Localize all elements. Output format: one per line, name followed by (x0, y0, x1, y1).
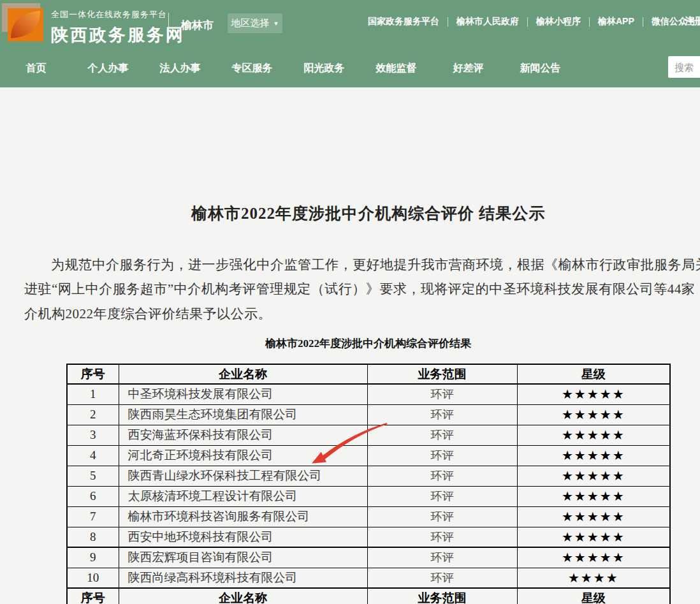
site-header: 全国一体化在线政务服务平台 陕西政务服务网 榆林市 地区选择 ▼ 国家政务服务平… (0, 0, 700, 87)
table-header-row: 序号企业名称业务范围星级 (67, 364, 670, 384)
business-scope-cell: 环评 (367, 384, 517, 404)
business-scope-cell: 环评 (367, 404, 517, 425)
region-select-button[interactable]: 地区选择 ▼ (228, 13, 282, 33)
brand-block: 全国一体化在线政务服务平台 陕西政务服务网 (51, 9, 185, 47)
nav-item[interactable]: 专区服务 (216, 59, 288, 78)
column-header: 企业名称 (119, 588, 367, 604)
current-city-label: 榆林市 (181, 18, 214, 33)
business-scope-cell: 环评 (367, 547, 517, 568)
business-scope-cell: 环评 (367, 445, 517, 466)
table-row: 7榆林市环境科技咨询服务有限公司环评★★★★★ (67, 506, 670, 527)
top-link[interactable]: 榆林小程序 (536, 16, 581, 27)
region-select-label: 地区选择 (231, 17, 270, 29)
star-rating-cell: ★★★★★ (517, 404, 670, 425)
nav-item[interactable]: 首页 (0, 59, 72, 78)
star-rating-cell: ★★★★★ (517, 466, 670, 486)
row-number-cell: 2 (67, 404, 119, 425)
paragraph-line-2: 进驻“网上中介服务超市”中介机构考评管理规定（试行）》要求，现将评定的中圣环境科… (24, 280, 695, 298)
row-number-cell: 9 (67, 547, 119, 568)
star-rating-cell: ★★★★★ (517, 425, 670, 445)
business-scope-cell: 环评 (367, 506, 517, 527)
company-name-cell: 陕西尚绿高科环境科技有限公司 (119, 568, 367, 588)
column-header: 序号 (67, 364, 119, 384)
top-link[interactable]: 榆林市人民政府 (456, 16, 519, 27)
company-name-cell: 西安海蓝环保科技有限公司 (119, 425, 367, 445)
table-caption: 榆林市2022年度涉批中介机构综合评价结果 (0, 336, 700, 351)
nav-item[interactable]: 阳光政务 (288, 59, 360, 78)
link-separator (643, 17, 643, 27)
business-scope-cell: 环评 (367, 486, 517, 506)
table-row: 10陕西尚绿高科环境科技有限公司环评★★★★ (67, 568, 670, 588)
header-divider (168, 13, 169, 41)
company-name-cell: 陕西雨昊生态环境集团有限公司 (119, 404, 367, 425)
star-rating-cell: ★★★★★ (517, 486, 670, 506)
nav-item[interactable]: 效能监督 (360, 59, 432, 78)
table-row: 6太原核清环境工程设计有限公司环评★★★★★ (67, 486, 670, 506)
company-name-cell: 陕西宏辉项目咨询有限公司 (119, 547, 367, 568)
platform-name: 全国一体化在线政务服务平台 (51, 9, 185, 20)
row-number-cell: 7 (67, 506, 119, 527)
nav-item[interactable]: 好差评 (432, 59, 504, 78)
column-header: 星级 (517, 588, 670, 604)
column-header: 业务范围 (367, 364, 517, 384)
page: { "colors": { "header_green": "#6a9c7b",… (0, 0, 700, 604)
star-rating-cell: ★★★★★ (517, 445, 670, 466)
top-link[interactable]: 国家政务服务平台 (368, 16, 439, 27)
table-row: 1中圣环境科技发展有限公司环评★★★★★ (67, 384, 670, 404)
star-rating-cell: ★★★★★ (517, 506, 670, 527)
link-separator (527, 17, 528, 27)
business-scope-cell: 环评 (367, 466, 517, 486)
main-nav: 首页个人办事法人办事专区服务阳光政务效能监督好差评新闻公告 (0, 59, 576, 78)
article-content: 榆林市2022年度涉批中介机构综合评价 结果公示 为规范中介服务行为，进一步强化… (0, 87, 700, 604)
table-row: 5陕西青山绿水环保科技工程有限公司环评★★★★★ (67, 466, 670, 486)
paragraph-line-3: 介机构2022年度综合评价结果予以公示。 (24, 305, 272, 323)
column-header: 业务范围 (367, 588, 517, 604)
row-number-cell: 5 (67, 466, 119, 486)
top-links: 国家政务服务平台榆林市人民政府榆林小程序榆林APP微信公众号 (368, 16, 696, 27)
company-name-cell: 榆林市环境科技咨询服务有限公司 (119, 506, 367, 527)
register-link[interactable]: 注册 (685, 15, 700, 27)
search-input[interactable] (668, 56, 700, 78)
company-name-cell: 西安中地环境科技有限公司 (119, 527, 367, 547)
table-row: 8西安中地环境科技有限公司环评★★★★★ (67, 527, 670, 547)
business-scope-cell: 环评 (367, 568, 517, 588)
page-title: 榆林市2022年度涉批中介机构综合评价 结果公示 (0, 203, 700, 224)
link-separator (448, 17, 448, 27)
logo-leaf-icon (8, 8, 43, 41)
star-rating-cell: ★★★★★ (517, 384, 670, 404)
star-rating-cell: ★★★★ (517, 568, 670, 588)
table-row: 4河北奇正环境科技有限公司环评★★★★★ (67, 445, 670, 466)
table-row: 3西安海蓝环保科技有限公司环评★★★★★ (67, 425, 670, 445)
evaluation-results-table: 序号企业名称业务范围星级1中圣环境科技发展有限公司环评★★★★★2陕西雨昊生态环… (66, 364, 671, 604)
business-scope-cell: 环评 (367, 527, 517, 547)
company-name-cell: 中圣环境科技发展有限公司 (119, 384, 367, 404)
table-header-row: 序号企业名称业务范围星级 (67, 588, 670, 604)
top-link[interactable]: 榆林APP (598, 16, 634, 27)
row-number-cell: 6 (67, 486, 119, 506)
column-header: 序号 (67, 588, 119, 604)
column-header: 企业名称 (119, 364, 367, 384)
table-row: 2陕西雨昊生态环境集团有限公司环评★★★★★ (67, 404, 670, 425)
business-scope-cell: 环评 (367, 425, 517, 445)
row-number-cell: 10 (67, 568, 119, 588)
site-logo[interactable] (2, 3, 44, 41)
star-rating-cell: ★★★★★ (517, 527, 670, 547)
row-number-cell: 3 (67, 425, 119, 445)
star-rating-cell: ★★★★★ (517, 547, 670, 568)
nav-item[interactable]: 新闻公告 (504, 59, 576, 78)
column-header: 星级 (517, 364, 670, 384)
nav-item[interactable]: 个人办事 (72, 59, 144, 78)
row-number-cell: 8 (67, 527, 119, 547)
company-name-cell: 陕西青山绿水环保科技工程有限公司 (119, 466, 367, 486)
row-number-cell: 4 (67, 445, 119, 466)
nav-item[interactable]: 法人办事 (144, 59, 216, 78)
site-name: 陕西政务服务网 (51, 24, 185, 47)
link-separator (589, 17, 590, 27)
row-number-cell: 1 (67, 384, 119, 404)
table-row: 9陕西宏辉项目咨询有限公司环评★★★★★ (67, 547, 670, 568)
company-name-cell: 太原核清环境工程设计有限公司 (119, 486, 367, 506)
company-name-cell: 河北奇正环境科技有限公司 (119, 445, 367, 466)
paragraph-line-1: 为规范中介服务行为，进一步强化中介监管工作，更好地提升我市营商环境，根据《榆林市… (51, 256, 700, 274)
logo-orange-square (8, 8, 43, 41)
chevron-down-icon: ▼ (273, 20, 279, 27)
